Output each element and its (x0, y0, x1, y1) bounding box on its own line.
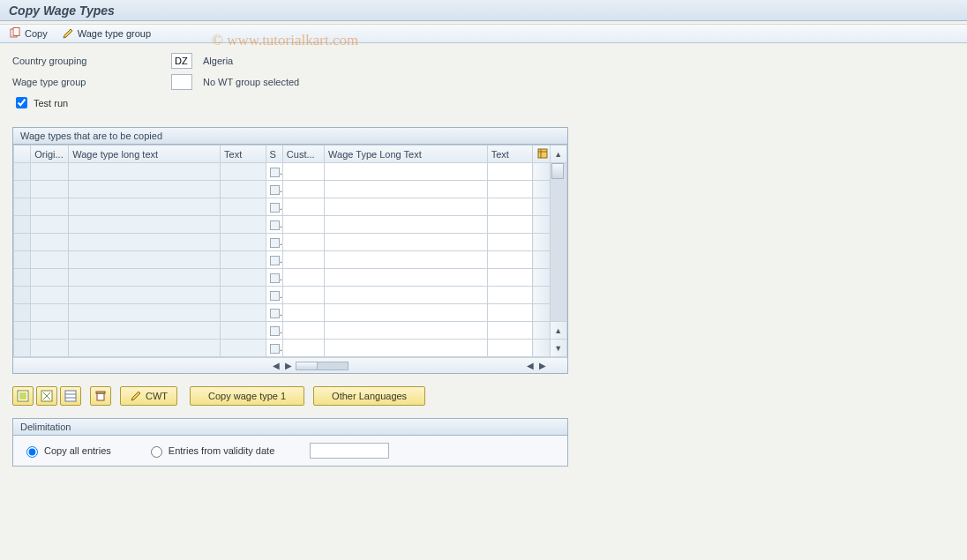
row-selector[interactable] (14, 163, 31, 181)
cell-text[interactable] (221, 322, 266, 340)
vscroll-up[interactable]: ▲ (550, 146, 566, 163)
cell-text-2[interactable] (487, 181, 533, 198)
cell-wage-type-long-text-2[interactable] (325, 251, 488, 269)
cell-text[interactable] (221, 198, 266, 216)
cell-text-2[interactable] (487, 234, 533, 251)
cell-origi[interactable] (31, 287, 69, 304)
cell-s[interactable] (266, 163, 282, 181)
cell-wage-type-long-text-2[interactable] (325, 304, 488, 322)
cell-text[interactable] (221, 216, 266, 234)
hscroll2-right-arrow[interactable]: ▶ (537, 361, 548, 370)
cell-origi[interactable] (31, 304, 69, 322)
cell-s[interactable] (266, 322, 282, 340)
cell-s[interactable] (266, 198, 282, 216)
copy-all-radio-item[interactable]: Copy all entries (22, 444, 111, 458)
cell-wage-type-long-text[interactable] (69, 269, 221, 287)
col-selector[interactable] (14, 146, 31, 163)
country-grouping-input[interactable] (171, 53, 192, 69)
row-selector[interactable] (14, 322, 31, 340)
row-selector[interactable] (14, 340, 31, 357)
vscroll-down[interactable]: ▼ (550, 340, 566, 357)
vscroll-track-cell[interactable] (550, 163, 566, 322)
cell-wage-type-long-text[interactable] (69, 304, 221, 322)
cell-text-2[interactable] (487, 304, 533, 322)
cell-s[interactable] (266, 181, 282, 198)
cell-origi[interactable] (31, 163, 69, 181)
cell-wage-type-long-text[interactable] (69, 181, 221, 198)
cell-text-2[interactable] (487, 216, 533, 234)
cell-wage-type-long-text[interactable] (69, 234, 221, 251)
cell-wage-type-long-text[interactable] (69, 322, 221, 340)
cell-cust[interactable] (282, 216, 324, 234)
col-text-2[interactable]: Text (487, 146, 533, 163)
wage-type-group-input[interactable] (171, 74, 192, 90)
cell-wage-type-long-text-2[interactable] (325, 163, 488, 181)
cell-cust[interactable] (282, 287, 324, 304)
cell-cust[interactable] (282, 340, 324, 357)
col-wage-type-long-text[interactable]: Wage type long text (69, 146, 221, 163)
cell-text-2[interactable] (487, 287, 533, 304)
hscroll-right-arrow[interactable]: ▶ (283, 361, 294, 370)
col-s[interactable]: S (266, 146, 282, 163)
row-selector[interactable] (14, 287, 31, 304)
row-selector[interactable] (14, 304, 31, 322)
cell-s[interactable] (266, 340, 282, 357)
row-selector[interactable] (14, 181, 31, 198)
cell-cust[interactable] (282, 163, 324, 181)
cell-wage-type-long-text-2[interactable] (325, 216, 488, 234)
vscroll-track[interactable] (551, 163, 566, 321)
hscroll-left-arrow[interactable]: ◀ (271, 361, 281, 370)
cell-s[interactable] (266, 304, 282, 322)
col-origi[interactable]: Origi... (31, 146, 69, 163)
select-all-button[interactable] (12, 386, 34, 406)
deselect-all-button[interactable] (36, 386, 57, 406)
cell-origi[interactable] (31, 198, 69, 216)
cell-wage-type-long-text-2[interactable] (325, 198, 488, 216)
toolbar-button-3[interactable] (60, 386, 81, 406)
cell-wage-type-long-text[interactable] (69, 163, 221, 181)
copy-button[interactable]: Copy (9, 27, 48, 40)
cell-wage-type-long-text-2[interactable] (325, 181, 488, 198)
cell-origi[interactable] (31, 181, 69, 198)
col-text[interactable]: Text (221, 146, 266, 163)
row-selector[interactable] (14, 216, 31, 234)
cell-text[interactable] (221, 234, 266, 251)
cell-wage-type-long-text[interactable] (69, 198, 221, 216)
cell-cust[interactable] (282, 234, 324, 251)
cell-origi[interactable] (31, 269, 69, 287)
vscroll-up-2[interactable]: ▲ (550, 322, 566, 340)
cell-s[interactable] (266, 216, 282, 234)
from-date-radio-item[interactable]: Entries from validity date (146, 444, 274, 458)
other-languages-button[interactable]: Other Languages (313, 386, 425, 406)
col-configure[interactable] (533, 146, 550, 163)
vscroll-thumb[interactable] (551, 163, 564, 179)
cell-s[interactable] (266, 269, 282, 287)
row-selector[interactable] (14, 269, 31, 287)
cell-wage-type-long-text-2[interactable] (325, 340, 488, 357)
cell-text-2[interactable] (487, 269, 533, 287)
cell-wage-type-long-text[interactable] (69, 216, 221, 234)
cwt-button[interactable]: CWT (120, 386, 177, 406)
cell-wage-type-long-text-2[interactable] (325, 287, 488, 304)
hscroll-track[interactable] (296, 362, 349, 370)
cell-cust[interactable] (282, 304, 324, 322)
cell-text-2[interactable] (487, 198, 533, 216)
cell-text[interactable] (221, 181, 266, 198)
cell-cust[interactable] (282, 322, 324, 340)
cell-text-2[interactable] (487, 251, 533, 269)
cell-cust[interactable] (282, 181, 324, 198)
cell-wage-type-long-text[interactable] (69, 287, 221, 304)
delete-button[interactable] (90, 386, 111, 406)
cell-text[interactable] (221, 251, 266, 269)
cell-wage-type-long-text[interactable] (69, 340, 221, 357)
cell-text-2[interactable] (487, 340, 533, 357)
hscroll2-left-arrow[interactable]: ◀ (525, 361, 536, 370)
from-date-radio[interactable] (151, 446, 162, 458)
col-wage-type-long-text-2[interactable]: Wage Type Long Text (325, 146, 488, 163)
cell-wage-type-long-text-2[interactable] (325, 322, 488, 340)
cell-text[interactable] (221, 304, 266, 322)
copy-wage-type-1-button[interactable]: Copy wage type 1 (190, 386, 304, 406)
cell-text[interactable] (221, 163, 266, 181)
cell-s[interactable] (266, 234, 282, 251)
cell-origi[interactable] (31, 234, 69, 251)
